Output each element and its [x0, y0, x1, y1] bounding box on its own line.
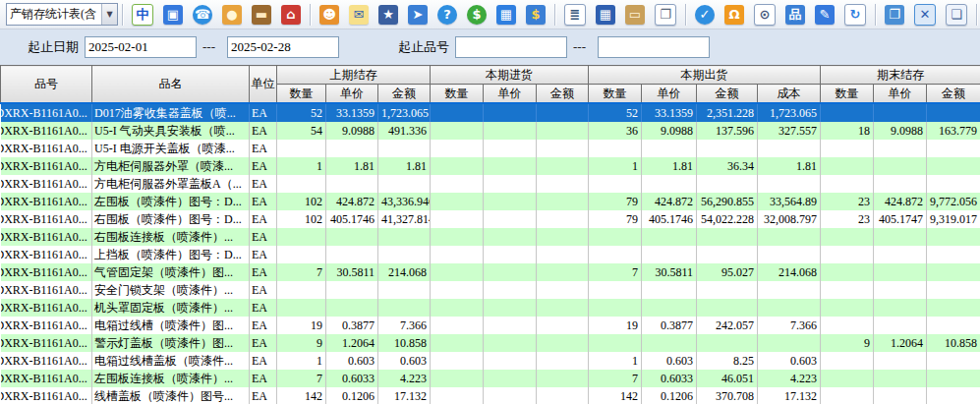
cell-shipments[interactable]	[758, 281, 821, 299]
cell-shipments[interactable]	[642, 334, 697, 352]
cell-shipments[interactable]: 56,290.855	[697, 193, 758, 210]
cell-part-no[interactable]: DXRX-B1161A0...	[1, 175, 92, 193]
cell-prev-balance[interactable]	[326, 140, 378, 157]
doc-search-icon[interactable]: ⊙	[754, 4, 776, 26]
table-row[interactable]: DXRX-B1161A0...气管固定架（喷漆件）图...EA730.58112…	[1, 263, 980, 281]
cell-purchases[interactable]	[431, 228, 484, 246]
cell-shipments[interactable]	[589, 140, 642, 157]
cell-prev-balance[interactable]	[277, 246, 326, 263]
cell-purchases[interactable]	[537, 140, 589, 157]
cell-purchases[interactable]	[484, 370, 537, 387]
cell-end-balance[interactable]: 9,772.056	[927, 193, 980, 210]
cell-part-no[interactable]: DXRX-B1161A0...	[1, 228, 92, 246]
cell-shipments[interactable]	[697, 175, 758, 193]
cell-prev-balance[interactable]: 405.1746	[326, 210, 378, 228]
cell-shipments[interactable]: 33.1359	[642, 103, 697, 122]
cell-prev-balance[interactable]: 1	[277, 352, 326, 370]
cell-prev-balance[interactable]	[326, 299, 378, 317]
dollar-icon[interactable]: $	[467, 5, 487, 25]
cell-shipments[interactable]: 32,008.797	[758, 210, 821, 228]
cell-purchases[interactable]	[484, 103, 537, 122]
cell-end-balance[interactable]: 405.1747	[874, 210, 927, 228]
table-row[interactable]: DXRX-B1161A0...方电柜伺服器外罩盖板A（...EA	[1, 175, 980, 193]
cell-part-name[interactable]: U5-I 气动夹具安装板（喷...	[92, 122, 250, 140]
cell-shipments[interactable]: 1	[589, 157, 642, 175]
cell-unit[interactable]: EA	[250, 157, 277, 175]
calculator-icon[interactable]: ▦	[596, 5, 615, 25]
cell-purchases[interactable]	[537, 175, 589, 193]
cell-purchases[interactable]	[537, 122, 589, 140]
cell-shipments[interactable]	[642, 246, 697, 263]
cell-purchases[interactable]	[431, 103, 484, 122]
cell-shipments[interactable]: 79	[589, 210, 642, 228]
refresh-icon[interactable]: ↻	[844, 4, 866, 26]
transfer-icon[interactable]: 中	[132, 4, 153, 26]
cell-prev-balance[interactable]	[326, 281, 378, 299]
cell-part-name[interactable]: 左围板连接板（喷漆件）...	[92, 370, 250, 387]
mail-icon[interactable]: ✉	[349, 5, 369, 25]
col-header-part-no[interactable]: 品号	[1, 66, 92, 104]
computer-icon[interactable]: ▣	[163, 5, 183, 25]
table-row[interactable]: DXRX-B1161A0...右围板（喷漆件）图号：D...EA102405.1…	[1, 210, 980, 228]
col-header-part-name[interactable]: 品名	[92, 66, 250, 104]
cell-shipments[interactable]	[642, 228, 697, 246]
cell-prev-balance[interactable]	[326, 175, 378, 193]
cell-prev-balance[interactable]	[326, 228, 378, 246]
table-row-selected[interactable]: DXRX-B1161A0...D017油雾收集器盖板（喷...EA5233.13…	[1, 103, 980, 122]
cell-purchases[interactable]	[484, 334, 537, 352]
cell-part-name[interactable]: 左围板（喷漆件）图号：D...	[92, 193, 250, 210]
monitor-edit-icon[interactable]: ✎	[815, 5, 835, 25]
cell-prev-balance[interactable]: 1.2064	[326, 334, 378, 352]
cell-end-balance[interactable]: 23	[821, 193, 874, 210]
cell-shipments[interactable]	[642, 281, 697, 299]
cell-shipments[interactable]	[589, 299, 642, 317]
cell-part-no[interactable]: DXRX-B1161A0...	[1, 387, 92, 404]
cell-shipments[interactable]	[589, 246, 642, 263]
cell-shipments[interactable]: 7	[589, 370, 642, 387]
table-row[interactable]: DXRX-B1161A0...警示灯盖板（喷漆件）图...EA91.206410…	[1, 334, 980, 352]
cell-prev-balance[interactable]	[326, 246, 378, 263]
cell-end-balance[interactable]	[874, 387, 927, 404]
cell-purchases[interactable]	[431, 157, 484, 175]
cell-unit[interactable]: EA	[250, 228, 277, 246]
cell-part-no[interactable]: DXRX-B1161A0...	[1, 210, 92, 228]
cell-prev-balance[interactable]: 102	[277, 193, 326, 210]
cell-end-balance[interactable]	[821, 352, 874, 370]
payroll-icon[interactable]: $	[526, 5, 546, 25]
cell-shipments[interactable]: 0.3877	[642, 317, 697, 334]
col-subheader-1-2[interactable]: 金额	[537, 85, 589, 104]
cell-end-balance[interactable]	[821, 263, 874, 281]
table-row[interactable]: DXRX-B1161A0...右围板连接板（喷漆件）...EA	[1, 228, 980, 246]
cell-end-balance[interactable]: 10.858	[927, 334, 980, 352]
cell-part-no[interactable]: DXRX-B1161A0...	[1, 281, 92, 299]
cell-prev-balance[interactable]	[277, 281, 326, 299]
cell-prev-balance[interactable]: 1.81	[326, 157, 378, 175]
cell-prev-balance[interactable]	[378, 281, 431, 299]
cell-prev-balance[interactable]: 17.132	[378, 387, 431, 404]
cell-purchases[interactable]	[484, 122, 537, 140]
cell-part-no[interactable]: DXRX-B1161A0...	[1, 193, 92, 210]
cart-icon[interactable]: ▦	[496, 5, 516, 25]
cell-end-balance[interactable]	[874, 352, 927, 370]
cell-end-balance[interactable]	[927, 299, 980, 317]
cell-part-name[interactable]: 右围板（喷漆件）图号：D...	[92, 210, 250, 228]
cell-shipments[interactable]: 7	[589, 263, 642, 281]
cell-purchases[interactable]	[537, 228, 589, 246]
cell-end-balance[interactable]	[874, 281, 927, 299]
cell-end-balance[interactable]	[821, 370, 874, 387]
cell-part-no[interactable]: DXRX-B1161A0...	[1, 140, 92, 157]
cell-purchases[interactable]	[484, 281, 537, 299]
cell-end-balance[interactable]	[927, 246, 980, 263]
cell-end-balance[interactable]	[821, 281, 874, 299]
cell-shipments[interactable]	[697, 299, 758, 317]
cell-purchases[interactable]	[537, 299, 589, 317]
cell-end-balance[interactable]	[874, 175, 927, 193]
cell-unit[interactable]: EA	[250, 299, 277, 317]
cell-prev-balance[interactable]: 19	[277, 317, 326, 334]
col-header-unit[interactable]: 单位	[250, 66, 277, 104]
cell-end-balance[interactable]: 9	[821, 334, 874, 352]
cell-shipments[interactable]	[589, 228, 642, 246]
cell-prev-balance[interactable]: 43,336.946	[378, 193, 431, 210]
cell-purchases[interactable]	[431, 122, 484, 140]
cell-part-no[interactable]: DXRX-B1161A0...	[1, 317, 92, 334]
